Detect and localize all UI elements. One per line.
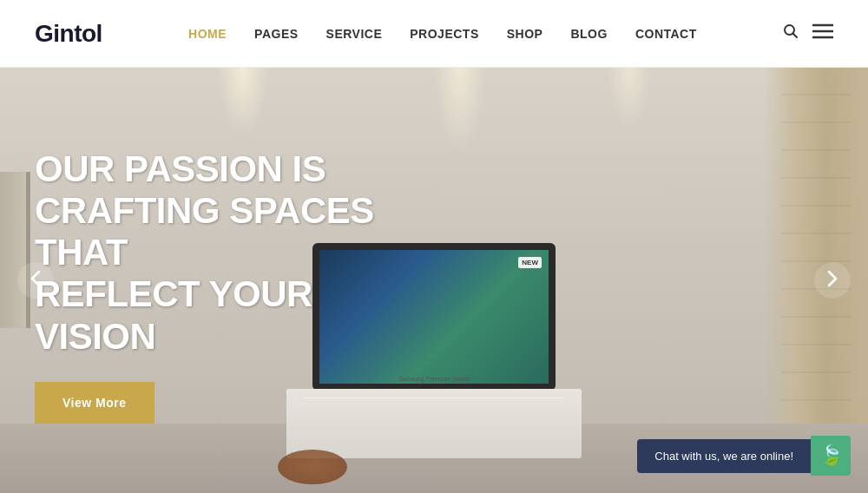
prev-slide-button[interactable] <box>17 262 54 299</box>
site-logo[interactable]: Gintol <box>35 20 102 48</box>
header-icons <box>783 23 833 43</box>
nav-home[interactable]: HOME <box>188 27 227 41</box>
nav-projects[interactable]: PROJECTS <box>410 27 478 41</box>
chevron-left-icon <box>30 270 41 292</box>
nav-service[interactable]: SERVICE <box>326 27 383 41</box>
nav-shop[interactable]: SHOP <box>507 27 543 41</box>
ceiling-light-1 <box>217 68 269 137</box>
chat-icon[interactable]: 🍃 <box>811 436 851 476</box>
chat-bubble: Chat with us, we are online! <box>637 439 811 473</box>
hero-title: OUR PASSION IS CRAFTING SPACES THAT REFL… <box>35 148 434 358</box>
nav-blog[interactable]: BLOG <box>570 27 607 41</box>
chair <box>278 450 347 484</box>
ceiling-light-3 <box>608 68 651 128</box>
nav-pages[interactable]: PAGES <box>254 27 298 41</box>
site-header: Gintol HOME PAGES SERVICE PROJECTS SHOP … <box>0 0 868 68</box>
main-nav: HOME PAGES SERVICE PROJECTS SHOP BLOG CO… <box>188 27 697 41</box>
svg-line-1 <box>793 34 798 38</box>
leaf-icon: 🍃 <box>819 444 843 467</box>
chevron-right-icon <box>827 270 838 292</box>
search-button[interactable] <box>783 23 799 43</box>
chat-widget[interactable]: Chat with us, we are online! 🍃 <box>637 436 851 476</box>
menu-button[interactable] <box>812 23 833 43</box>
next-slide-button[interactable] <box>814 262 851 299</box>
view-more-button[interactable]: View More <box>35 382 155 424</box>
nav-contact[interactable]: CONTACT <box>635 27 697 41</box>
room-shelf <box>0 172 26 328</box>
ceiling-light-2 <box>434 68 486 154</box>
hero-content: OUR PASSION IS CRAFTING SPACES THAT REFL… <box>35 148 434 424</box>
search-icon <box>783 23 799 43</box>
hamburger-icon <box>812 23 833 43</box>
hero-section: Samsung Premium Series OUR PASSION IS CR… <box>0 68 868 493</box>
